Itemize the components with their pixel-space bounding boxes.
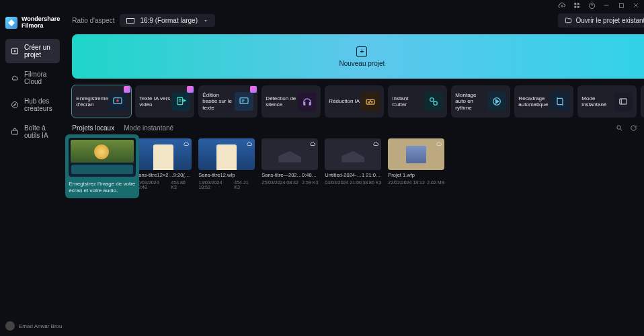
svg-rect-0 (574, 3, 576, 5)
project-thumb (261, 138, 318, 170)
filmora-icon (5, 17, 17, 29)
tool-tooltip: Enregistrez l'image de votre écran et vo… (65, 134, 139, 198)
svg-point-26 (430, 98, 434, 101)
tool-icon (235, 92, 253, 111)
tool-label: Détection de silence (266, 95, 296, 108)
refresh-icon[interactable] (630, 124, 637, 132)
cloud-sync-icon (183, 140, 190, 147)
user-name: Emad Anwar Brou (19, 323, 62, 329)
svg-rect-15 (127, 18, 134, 23)
tools-more-button[interactable] (641, 85, 644, 118)
ratio-value: 16:9 (Format large) (140, 17, 198, 24)
tool-card[interactable]: Instant Cutter (388, 85, 447, 118)
svg-rect-31 (620, 99, 627, 104)
project-name: Projet 1.wfp (388, 172, 444, 178)
top-row: Ratio d'aspect 16:9 (Format large) Ouvri… (72, 13, 644, 28)
project-card[interactable]: Untitled-2024-…1 21:00:47.wfp 03/03/2024… (325, 138, 381, 190)
svg-rect-1 (577, 3, 579, 5)
cloud-sync-icon (309, 140, 316, 147)
svg-rect-14 (12, 130, 18, 134)
svg-point-17 (116, 99, 119, 102)
minimize-icon[interactable] (602, 1, 610, 9)
tool-icon (361, 92, 380, 111)
svg-line-28 (434, 101, 434, 101)
sidebar-item-ai[interactable]: Boîte à outils IA (5, 120, 60, 144)
project-card[interactable]: Sans-titre12×2…9:20(copy).wfp 26/03/2024… (135, 138, 192, 190)
tool-card[interactable]: Recadrage automatique (514, 85, 573, 118)
tool-card[interactable]: Détection de silence (261, 85, 321, 118)
tool-icon (424, 92, 443, 111)
tool-card[interactable]: Enregistrement d'écran (72, 85, 131, 118)
svg-point-27 (434, 101, 437, 105)
svg-line-37 (620, 129, 622, 131)
project-card[interactable]: Projet 1.wfp 22/02/2024 18:122.02 MB (388, 138, 444, 190)
cloud-upload-icon[interactable] (558, 1, 566, 9)
tool-icon (171, 92, 190, 111)
tool-card[interactable]: Texte IA vers vidéo (135, 85, 194, 118)
svg-point-12 (12, 101, 18, 108)
tool-card[interactable]: Édition basée sur le texte (198, 85, 257, 118)
help-icon[interactable] (588, 1, 596, 9)
new-badge (250, 86, 257, 93)
tool-icon (298, 92, 317, 111)
project-card[interactable]: Sans-titre—202…0:48(copy).wfp 25/03/2024… (261, 138, 318, 190)
sidebar-item-cloud[interactable]: Filmora Cloud (5, 66, 60, 90)
tool-label: Enregistrement d'écran (76, 95, 107, 108)
tool-label: Mode instantané (581, 95, 612, 108)
app-logo: WondershareFilmora (5, 16, 60, 30)
tools-row: Enregistrement d'écran Texte IA vers vid… (72, 85, 644, 118)
new-badge (124, 86, 130, 93)
brand-line2: Filmora (22, 23, 60, 30)
project-meta: 13/03/2024 18:52454.21 K3 (198, 180, 255, 190)
new-project-button[interactable]: + Nouveau projet (72, 34, 644, 79)
project-thumb (388, 138, 444, 170)
create-icon (11, 46, 19, 56)
tool-label: Recadrage automatique (518, 95, 549, 108)
sidebar-item-label: Hub des créateurs (24, 97, 54, 112)
svg-rect-3 (577, 6, 579, 8)
tool-icon (614, 92, 633, 111)
cloud-sync-icon (436, 140, 442, 147)
tool-card[interactable]: Montage auto en rythme (451, 85, 510, 118)
project-name: Sans-titre12×2…9:20(copy).wfp (135, 172, 192, 178)
plus-icon: + (356, 46, 367, 57)
search-icon[interactable] (616, 124, 623, 132)
tool-label: Texte IA vers vidéo (139, 95, 170, 108)
projects-subtitle[interactable]: Mode instantané (124, 124, 173, 132)
projects-header: Projets locaux Mode instantané (72, 124, 644, 132)
tool-card[interactable]: Mode instantané (577, 85, 637, 118)
project-thumb (135, 138, 192, 170)
sidebar: WondershareFilmora Créer un projet Filmo… (0, 11, 65, 336)
sidebar-item-label: Créer un projet (24, 44, 54, 58)
sidebar-item-hub[interactable]: Hub des créateurs (5, 93, 60, 117)
svg-rect-2 (574, 6, 576, 8)
tooltip-thumb (69, 138, 136, 177)
tool-card[interactable]: Réduction IA (325, 85, 384, 118)
open-existing-button[interactable]: Ouvrir le projet existant (558, 13, 644, 28)
ratio-label: Ratio d'aspect (72, 17, 114, 24)
tool-label: Édition basée sur le texte (202, 92, 233, 111)
sidebar-item-create[interactable]: Créer un projet (5, 39, 60, 63)
apps-icon[interactable] (573, 1, 581, 9)
project-card[interactable]: Sans-titre12.wfp 13/03/2024 18:52454.21 … (198, 138, 255, 190)
tool-icon (551, 92, 569, 111)
sidebar-item-label: Boîte à outils IA (24, 124, 54, 139)
tooltip-text: Enregistrez l'image de votre écran et vo… (69, 181, 136, 195)
svg-rect-6 (619, 3, 623, 7)
project-meta: 03/03/2024 21:0038.86 K3 (325, 180, 381, 185)
titlebar (0, 0, 644, 11)
cloud-icon (11, 73, 19, 83)
project-meta: 26/03/2024 08:48453.80 K3 (135, 180, 192, 190)
compass-icon (11, 100, 19, 110)
ratio-select[interactable]: 16:9 (Format large) (120, 14, 215, 27)
maximize-icon[interactable] (617, 1, 625, 9)
open-existing-label: Ouvrir le projet existant (576, 17, 644, 24)
user-bar[interactable]: Emad Anwar Brou (0, 316, 79, 336)
tool-label: Réduction IA (329, 98, 360, 104)
project-thumb (325, 138, 381, 170)
close-icon[interactable] (632, 1, 640, 9)
sidebar-item-label: Filmora Cloud (24, 71, 54, 85)
cloud-sync-icon (372, 140, 379, 147)
tool-icon (108, 92, 127, 111)
projects-grid: Sans-titre 2021…6:55(copy).wfp 25/03/202… (72, 138, 644, 190)
